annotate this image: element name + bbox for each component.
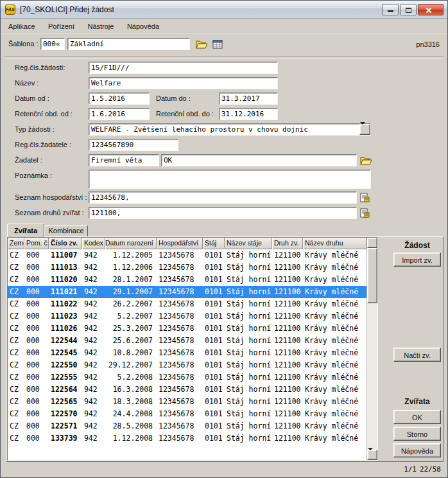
table-cell: 0101	[203, 432, 225, 445]
table-row[interactable]: CZ0001337399421.12.2008123456780101Stáj …	[8, 432, 366, 445]
table-cell: 111022	[49, 298, 82, 310]
menu-item-porizeni[interactable]: Pořízení	[43, 19, 80, 33]
table-cell: 0101	[203, 249, 225, 261]
date-to-label: Datum do :	[156, 93, 191, 105]
column-header[interactable]: Stáj	[203, 238, 225, 249]
request-type-value: WELFARE - Zvětšení lehacího prostoru v c…	[91, 124, 359, 135]
vertical-scrollbar[interactable]	[366, 238, 377, 460]
applicant-open-button[interactable]	[359, 154, 373, 166]
menu-item-napoveda[interactable]: Nápověda	[122, 19, 164, 33]
table-cell: Krávy mléčné	[303, 310, 366, 323]
table-cell: 5.2.2007	[105, 310, 157, 323]
table-cell: 942	[82, 420, 105, 432]
table-cell: CZ	[8, 420, 24, 432]
species-list-picker-button[interactable]	[358, 207, 371, 219]
column-header[interactable]: Datum narození	[105, 238, 157, 249]
table-row[interactable]: CZ00012257094224.4.2008123456780101Stáj …	[8, 408, 366, 420]
column-header[interactable]: Země	[8, 238, 24, 249]
table-row[interactable]: CZ00012254494225.6.2007123456780101Stáj …	[8, 335, 366, 347]
template-name-input[interactable]	[67, 38, 190, 50]
table-row[interactable]: CZ00011102294226.2.2007123456780101Stáj …	[8, 298, 366, 310]
table-cell: Krávy mléčné	[303, 384, 366, 396]
template-code-input[interactable]	[40, 38, 65, 50]
table-cell: 1.12.2005	[105, 249, 157, 261]
table-cell: 12345678	[157, 298, 203, 310]
table-row[interactable]: CZ00012257194228.5.2008123456780101Stáj …	[8, 420, 366, 432]
scrollbar-up-button[interactable]	[367, 238, 377, 248]
table-cell: 121100	[272, 310, 303, 323]
table-cell: 942	[82, 335, 105, 347]
column-header[interactable]: Pom. č.	[24, 238, 49, 249]
table-cell: 942	[82, 249, 105, 261]
column-header[interactable]: Hospodářství	[157, 238, 203, 249]
chevron-down-icon	[368, 448, 373, 461]
minimize-button[interactable]	[382, 4, 399, 15]
animal-table-body: CZ0001110079421.12.2005123456780101Stáj …	[8, 249, 366, 460]
load-animals-button[interactable]: Načti zv.	[393, 348, 441, 362]
table-cell: Stáj horní	[225, 298, 272, 310]
table-cell: Stáj horní	[225, 249, 272, 261]
help-button[interactable]: Nápověda	[393, 443, 441, 457]
table-row[interactable]: CZ0001110139421.12.2006123456780101Stáj …	[8, 261, 366, 274]
table-cell: Stáj horní	[225, 286, 272, 298]
note-textarea[interactable]	[89, 170, 371, 189]
applicant-input[interactable]	[89, 154, 159, 166]
column-header[interactable]: Kodex	[82, 238, 105, 249]
table-row[interactable]: CZ00011102694225.3.2007123456780101Stáj …	[8, 323, 366, 335]
template-grid-button[interactable]	[211, 38, 225, 50]
maximize-button[interactable]	[400, 4, 417, 15]
retention-to-input[interactable]	[219, 108, 278, 120]
species-list-input[interactable]	[89, 207, 357, 219]
request-type-combobox[interactable]: WELFARE - Zvětšení lehacího prostoru v c…	[89, 123, 371, 136]
table-cell: Stáj horní	[225, 347, 272, 359]
name-input[interactable]	[89, 77, 278, 89]
table-cell: CZ	[8, 323, 24, 335]
table-cell: 111021	[49, 286, 82, 298]
farm-list-input[interactable]	[89, 191, 357, 204]
tab-zvirata[interactable]: Zvířata	[7, 224, 44, 237]
scrollbar-down-button[interactable]	[367, 450, 377, 460]
template-open-button[interactable]	[194, 38, 209, 50]
column-header[interactable]: Název druhu	[303, 238, 366, 249]
table-row[interactable]: CZ00012256594218.3.2008123456780101Stáj …	[8, 396, 366, 408]
table-row[interactable]: CZ00012254594210.8.2007123456780101Stáj …	[8, 347, 366, 359]
table-row[interactable]: CZ0001110079421.12.2005123456780101Stáj …	[8, 249, 366, 261]
table-row[interactable]: CZ00012256494216.3.2008123456780101Stáj …	[8, 384, 366, 396]
table-row[interactable]: CZ00011102194229.1.2007123456780101Stáj …	[8, 286, 366, 298]
table-cell: 0101	[203, 335, 225, 347]
column-header[interactable]: Druh zv.	[272, 238, 303, 249]
import-animals-button[interactable]: Import zv.	[393, 252, 441, 267]
cancel-button[interactable]: Storno	[393, 427, 441, 441]
tab-kombinace[interactable]: Kombinace	[44, 225, 88, 236]
table-cell: 12345678	[157, 420, 203, 432]
table-cell: 122555	[49, 371, 82, 384]
retention-from-input[interactable]	[89, 108, 150, 120]
column-header[interactable]: Číslo zv.	[49, 238, 82, 249]
dropdown-arrow-button[interactable]	[359, 124, 370, 135]
table-cell: Krávy mléčné	[303, 261, 366, 274]
farm-list-picker-button[interactable]	[358, 191, 371, 204]
reg-request-input[interactable]	[89, 62, 278, 74]
table-cell: 000	[24, 359, 49, 371]
menu-item-aplikace[interactable]: Aplikace	[3, 19, 40, 33]
table-row[interactable]: CZ0001225559425.2.2008123456780101Stáj h…	[8, 371, 366, 384]
table-row[interactable]: CZ00012255094229.12.2007123456780101Stáj…	[8, 359, 366, 371]
table-cell: Krávy mléčné	[303, 286, 366, 298]
column-header[interactable]: Název stáje	[225, 238, 272, 249]
species-list-label: Seznam druhů zvířat :	[15, 207, 84, 219]
table-cell: 0101	[203, 274, 225, 286]
close-button[interactable]	[418, 4, 444, 15]
scrollbar-thumb[interactable]	[367, 248, 377, 303]
table-cell: Stáj horní	[225, 310, 272, 323]
ok-button[interactable]: OK	[393, 410, 441, 424]
table-row[interactable]: CZ00011102094228.1.2007123456780101Stáj …	[8, 274, 366, 286]
animals-group-label: Zvířata	[390, 397, 445, 406]
date-from-input[interactable]	[89, 93, 150, 105]
date-to-input[interactable]	[219, 93, 278, 105]
applicant-status-input[interactable]	[161, 154, 357, 166]
table-cell: 000	[24, 298, 49, 310]
table-row[interactable]: CZ0001110239425.2.2007123456780101Stáj h…	[8, 310, 366, 323]
menu-item-nastroje[interactable]: Nástroje	[82, 19, 119, 33]
applicant-reg-input[interactable]	[89, 139, 178, 151]
app-icon: FAS	[5, 4, 15, 15]
